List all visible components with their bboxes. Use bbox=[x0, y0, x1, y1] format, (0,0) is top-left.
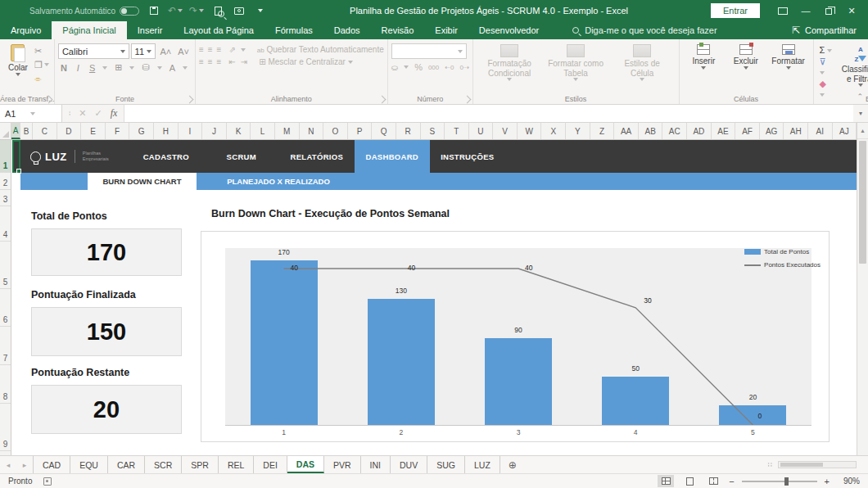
font-size-select[interactable]: 11 bbox=[131, 43, 156, 59]
ribbon-tab-revisao[interactable]: Revisão bbox=[371, 21, 425, 39]
expand-formula-bar-icon[interactable]: ▾ bbox=[853, 105, 868, 122]
decrease-font-icon[interactable]: A˅ bbox=[175, 47, 192, 56]
column-header-B[interactable]: B bbox=[20, 123, 33, 139]
bold-button[interactable]: N bbox=[58, 63, 70, 73]
column-header-I[interactable]: I bbox=[179, 123, 203, 139]
paste-button[interactable]: Colar bbox=[3, 42, 33, 88]
column-header-C[interactable]: C bbox=[33, 123, 57, 139]
align-left-icon[interactable]: ≡ bbox=[199, 57, 203, 66]
column-header-AC[interactable]: AC bbox=[662, 123, 687, 139]
align-right-icon[interactable]: ≡ bbox=[217, 57, 221, 66]
cell-styles-button[interactable]: Estilos de Célula bbox=[609, 42, 676, 93]
row-header-8[interactable]: 8 bbox=[0, 365, 11, 404]
column-header-H[interactable]: H bbox=[154, 123, 179, 139]
redo-icon[interactable]: ↷ bbox=[190, 4, 203, 17]
align-center-icon[interactable]: ≡ bbox=[208, 57, 212, 66]
column-header-J[interactable]: J bbox=[202, 123, 227, 139]
nav-item-cadastro[interactable]: CADASTRO bbox=[129, 140, 204, 173]
page-break-view-button[interactable] bbox=[705, 475, 721, 487]
column-header-O[interactable]: O bbox=[323, 123, 348, 139]
customize-qat-icon[interactable] bbox=[254, 4, 267, 17]
zoom-percentage[interactable]: 90% bbox=[837, 477, 860, 486]
page-layout-view-button[interactable] bbox=[681, 475, 698, 487]
sheet-tab-dei[interactable]: DEI bbox=[254, 456, 287, 473]
horizontal-scrollbar[interactable] bbox=[778, 461, 857, 468]
zoom-slider-thumb[interactable] bbox=[784, 477, 789, 486]
column-header-AG[interactable]: AG bbox=[760, 123, 784, 139]
font-name-select[interactable]: Calibri bbox=[58, 43, 129, 59]
zoom-slider[interactable] bbox=[742, 481, 817, 482]
row-header-9[interactable]: 9 bbox=[0, 404, 11, 451]
copy-icon[interactable]: ❐ bbox=[34, 59, 49, 70]
ribbon-display-options-icon[interactable] bbox=[771, 2, 794, 20]
column-header-P[interactable]: P bbox=[348, 123, 373, 139]
sheet-tab-rel[interactable]: REL bbox=[219, 456, 254, 473]
comma-style-icon[interactable]: 000 bbox=[428, 64, 439, 71]
column-header-Y[interactable]: Y bbox=[566, 123, 590, 139]
column-header-X[interactable]: X bbox=[541, 123, 566, 139]
font-color-icon[interactable]: A bbox=[167, 63, 178, 73]
column-header-L[interactable]: L bbox=[251, 123, 275, 139]
insert-function-icon[interactable]: fx bbox=[111, 107, 118, 120]
print-preview-icon[interactable] bbox=[211, 4, 224, 17]
nav-item-scrum[interactable]: SCRUM bbox=[204, 140, 279, 173]
name-box[interactable]: A1 bbox=[0, 105, 62, 122]
burndown-chart[interactable]: 170130905020404040300 12345 Total de Pon… bbox=[201, 231, 830, 442]
macro-record-icon[interactable] bbox=[43, 477, 52, 486]
sign-in-button[interactable]: Entrar bbox=[711, 3, 760, 18]
sheet-grid[interactable]: 123456789 LUZ Planilhas Empresariais CAD… bbox=[0, 140, 868, 455]
accounting-format-icon[interactable]: ⛀ bbox=[391, 63, 398, 72]
align-bottom-icon[interactable]: ≡ bbox=[217, 45, 221, 54]
decrease-indent-icon[interactable]: ⇤ bbox=[228, 57, 235, 66]
fill-icon[interactable]: ⊽ bbox=[820, 56, 833, 77]
column-header-F[interactable]: F bbox=[106, 123, 130, 139]
column-header-E[interactable]: E bbox=[81, 123, 106, 139]
autosum-icon[interactable]: Σ bbox=[820, 45, 833, 55]
autosave-toggle[interactable]: Salvamento Automático bbox=[5, 7, 139, 16]
increase-indent-icon[interactable]: ⇥ bbox=[241, 57, 247, 66]
ribbon-tab-inserir[interactable]: Inserir bbox=[127, 21, 174, 39]
scroll-up-icon[interactable]: ▲ bbox=[857, 123, 868, 139]
undo-icon[interactable]: ↶ bbox=[169, 4, 182, 17]
ribbon-tab-dados[interactable]: Dados bbox=[323, 21, 371, 39]
ribbon-tab-desenvolvedor[interactable]: Desenvolvedor bbox=[468, 21, 549, 39]
sheet-tab-car[interactable]: CAR bbox=[108, 456, 145, 473]
row-header-6[interactable]: 6 bbox=[0, 289, 11, 327]
increase-font-icon[interactable]: A˄ bbox=[157, 47, 174, 56]
tab-splitter-icon[interactable]: ⁞⁞ bbox=[768, 461, 773, 468]
nav-item-dashboard[interactable]: DASHBOARD bbox=[355, 140, 430, 173]
sheet-tab-equ[interactable]: EQU bbox=[70, 456, 108, 473]
italic-button[interactable]: I bbox=[75, 63, 82, 73]
confirm-entry-icon[interactable]: ✓ bbox=[94, 108, 102, 119]
column-header-AD[interactable]: AD bbox=[687, 123, 712, 139]
align-top-icon[interactable]: ≡ bbox=[199, 45, 203, 54]
column-header-W[interactable]: W bbox=[518, 123, 542, 139]
conditional-formatting-button[interactable]: Formatação Condicional bbox=[477, 42, 543, 93]
column-header-AF[interactable]: AF bbox=[735, 123, 760, 139]
delete-cells-button[interactable]: Excluir bbox=[725, 42, 767, 93]
subtab-burn-down-chart[interactable]: BURN DOWN CHART bbox=[88, 173, 197, 190]
ribbon-tab-arquivo[interactable]: Arquivo bbox=[0, 21, 52, 39]
column-header-M[interactable]: M bbox=[275, 123, 300, 139]
row-header-3[interactable]: 3 bbox=[0, 190, 11, 206]
format-cells-button[interactable]: Formatar bbox=[767, 42, 810, 93]
column-header-K[interactable]: K bbox=[227, 123, 251, 139]
underline-button[interactable]: S bbox=[87, 63, 97, 73]
column-header-N[interactable]: N bbox=[300, 123, 324, 139]
column-header-AJ[interactable]: AJ bbox=[833, 123, 857, 139]
sheet-tab-cad[interactable]: CAD bbox=[33, 456, 70, 473]
column-header-V[interactable]: V bbox=[493, 123, 518, 139]
column-header-AE[interactable]: AE bbox=[712, 123, 736, 139]
format-as-table-button[interactable]: Formatar como Tabela bbox=[543, 42, 609, 93]
sheet-tab-luz[interactable]: LUZ bbox=[465, 456, 500, 473]
selected-cell-a1[interactable] bbox=[12, 140, 20, 173]
tell-me-box[interactable]: Diga-me o que você deseja fazer bbox=[572, 21, 717, 39]
column-header-S[interactable]: S bbox=[421, 123, 445, 139]
sheet-tab-duv[interactable]: DUV bbox=[391, 456, 427, 473]
column-header-A[interactable]: A bbox=[11, 123, 20, 139]
nav-item-instrucoes[interactable]: INSTRUÇÕES bbox=[430, 140, 505, 173]
sheet-next-icon[interactable]: ▸ bbox=[16, 456, 33, 473]
format-painter-icon[interactable]: ⌯ bbox=[34, 73, 49, 84]
wrap-text-button[interactable]: ab Quebrar Texto Automaticamente bbox=[257, 45, 384, 54]
ribbon-tab-layout-da-pagina[interactable]: Layout da Página bbox=[173, 21, 264, 39]
